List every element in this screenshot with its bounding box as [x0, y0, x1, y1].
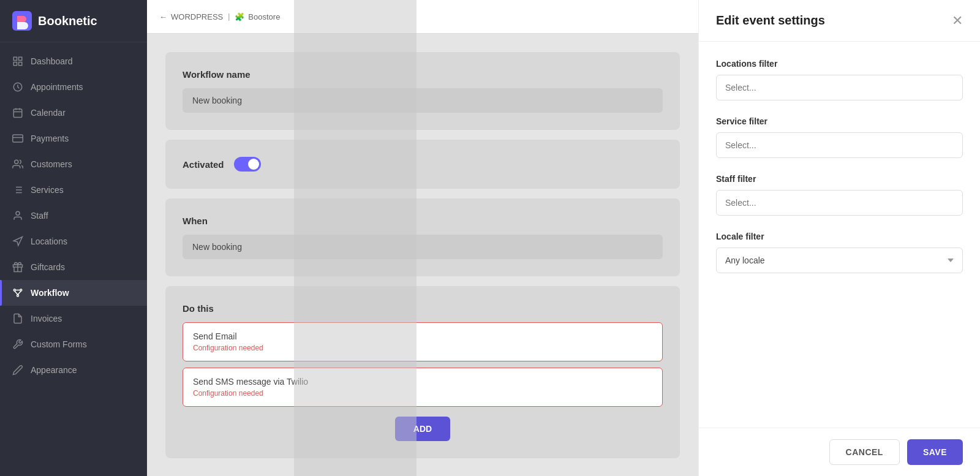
sidebar-item-invoices[interactable]: Invoices: [0, 306, 147, 331]
when-card: When New booking: [165, 198, 680, 276]
list-icon: [12, 184, 23, 195]
workflow-name-label: Workflow name: [183, 69, 663, 80]
activated-row: Activated: [183, 157, 663, 172]
svg-rect-10: [13, 135, 23, 142]
panel-title: Edit event settings: [716, 13, 825, 28]
credit-card-icon: [12, 133, 23, 144]
when-value: New booking: [183, 235, 663, 259]
panel-body: Locations filter Service filter Staff fi…: [699, 42, 980, 428]
main-area: ← WORDPRESS | 🧩 Boostore Workflow name N…: [147, 0, 698, 476]
giftcards-label: Giftcards: [31, 262, 65, 272]
user-icon: [12, 210, 23, 221]
sidebar-item-appearance[interactable]: Appearance: [0, 357, 147, 383]
logo-icon: [12, 11, 32, 31]
puzzle-icon: 🧩: [235, 12, 244, 21]
calendar-icon: [12, 107, 23, 118]
activated-label: Activated: [183, 159, 224, 170]
sidebar-item-calendar[interactable]: Calendar: [0, 100, 147, 126]
service-filter-section: Service filter: [716, 116, 963, 158]
do-this-label: Do this: [183, 303, 663, 314]
svg-line-28: [18, 291, 21, 295]
service-filter-label: Service filter: [716, 116, 963, 126]
staff-label: Staff: [31, 211, 48, 221]
save-button[interactable]: SAVE: [907, 439, 963, 465]
locations-label: Locations: [31, 236, 67, 246]
navigation-icon: [12, 236, 23, 247]
appointments-label: Appointments: [31, 82, 83, 92]
top-bar: ← WORDPRESS | 🧩 Boostore: [147, 0, 698, 34]
locations-filter-input[interactable]: [716, 75, 963, 100]
panel-footer: CANCEL SAVE: [699, 428, 980, 476]
activated-card: Activated: [165, 140, 680, 189]
send-email-error: Configuration needed: [193, 344, 652, 352]
panel-header: Edit event settings ✕: [699, 0, 980, 42]
locale-filter-select[interactable]: Any locale: [716, 247, 963, 273]
svg-point-12: [15, 160, 18, 164]
workflow-icon: [12, 287, 23, 298]
file-icon: [12, 313, 23, 324]
calendar-label: Calendar: [31, 108, 66, 118]
sidebar-item-workflow[interactable]: Workflow: [0, 280, 147, 306]
breadcrumb-boostore[interactable]: 🧩 Boostore: [235, 12, 280, 21]
breadcrumb-separator: |: [228, 12, 230, 21]
tool-icon: [12, 339, 23, 350]
sidebar-item-services[interactable]: Services: [0, 177, 147, 203]
sidebar-item-giftcards[interactable]: Giftcards: [0, 254, 147, 280]
appearance-label: Appearance: [31, 365, 77, 375]
users-icon: [12, 159, 23, 170]
activated-toggle[interactable]: [234, 157, 261, 172]
custom-forms-label: Custom Forms: [31, 339, 87, 349]
locations-filter-label: Locations filter: [716, 59, 963, 69]
content-area: Workflow name New booking Activated When…: [147, 34, 698, 476]
boostore-label: Boostore: [248, 12, 280, 21]
add-button[interactable]: ADD: [395, 417, 450, 441]
services-label: Services: [31, 185, 64, 195]
logo-area: Booknetic: [0, 0, 147, 42]
app-name: Booknetic: [38, 14, 97, 28]
svg-point-19: [16, 211, 20, 215]
send-sms-title: Send SMS message via Twilio: [193, 377, 652, 387]
wordpress-label: WORDPRESS: [171, 12, 223, 21]
staff-filter-label: Staff filter: [716, 174, 963, 184]
gift-icon: [12, 262, 23, 273]
edit-icon: [12, 365, 23, 376]
sidebar-item-custom-forms[interactable]: Custom Forms: [0, 331, 147, 357]
close-button[interactable]: ✕: [952, 14, 963, 28]
right-panel: Edit event settings ✕ Locations filter S…: [698, 0, 980, 476]
svg-rect-2: [19, 57, 22, 60]
sidebar-item-payments[interactable]: Payments: [0, 126, 147, 151]
sidebar-item-dashboard[interactable]: Dashboard: [0, 48, 147, 74]
sidebar-item-customers[interactable]: Customers: [0, 151, 147, 177]
svg-marker-20: [13, 237, 22, 246]
sidebar-item-appointments[interactable]: Appointments: [0, 74, 147, 100]
sidebar-nav: Dashboard Appointments Calendar Payments…: [0, 42, 147, 476]
workflow-name-card: Workflow name New booking: [165, 52, 680, 130]
customers-label: Customers: [31, 159, 72, 169]
workflow-name-value: New booking: [183, 88, 663, 113]
svg-rect-1: [13, 57, 17, 60]
svg-rect-3: [13, 62, 17, 66]
invoices-label: Invoices: [31, 314, 62, 323]
sidebar: Booknetic Dashboard Appointments Calenda…: [0, 0, 147, 476]
workflow-label: Workflow: [31, 288, 69, 298]
do-this-card: Do this Send Email Configuration needed …: [165, 286, 680, 458]
dashboard-label: Dashboard: [31, 56, 73, 66]
locale-filter-label: Locale filter: [716, 232, 963, 241]
svg-point-23: [13, 289, 15, 291]
breadcrumb-wordpress[interactable]: ← WORDPRESS: [159, 12, 223, 21]
locations-filter-section: Locations filter: [716, 59, 963, 100]
send-email-title: Send Email: [193, 331, 652, 341]
cancel-button[interactable]: CANCEL: [829, 439, 900, 465]
sidebar-item-staff[interactable]: Staff: [0, 203, 147, 229]
svg-point-24: [20, 289, 22, 291]
action-send-email[interactable]: Send Email Configuration needed: [183, 322, 663, 361]
action-send-sms[interactable]: Send SMS message via Twilio Configuratio…: [183, 368, 663, 407]
payments-label: Payments: [31, 134, 69, 143]
when-label: When: [183, 216, 663, 226]
staff-filter-section: Staff filter: [716, 174, 963, 216]
svg-point-25: [17, 295, 19, 297]
service-filter-input[interactable]: [716, 132, 963, 158]
staff-filter-input[interactable]: [716, 190, 963, 216]
sidebar-item-locations[interactable]: Locations: [0, 229, 147, 254]
svg-rect-4: [19, 62, 22, 66]
